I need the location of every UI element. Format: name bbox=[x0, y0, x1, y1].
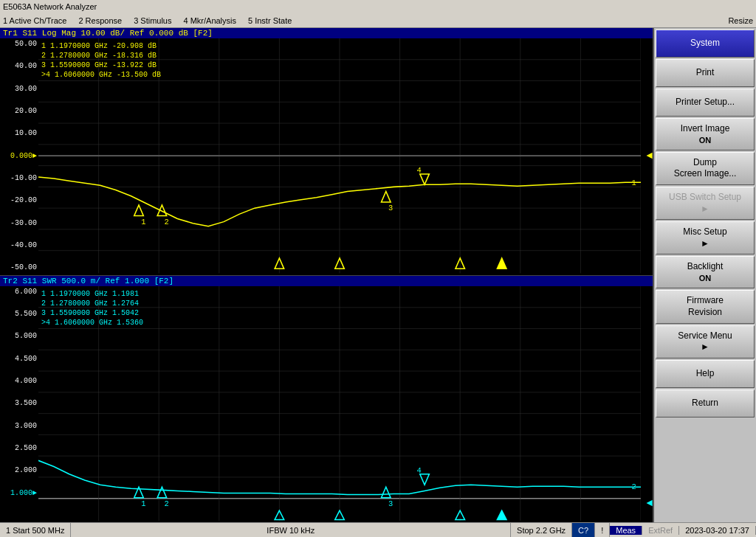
bottom-marker-data: 1 1.1970000 GHz 1.1981 2 1.2780000 GHz 1… bbox=[41, 289, 143, 328]
stop-freq: Stop 2.2 GHz bbox=[511, 523, 572, 537]
status-bar: 1 Start 500 MHz IFBW 10 kHz Stop 2.2 GHz… bbox=[0, 522, 756, 537]
svg-text:4: 4 bbox=[417, 166, 422, 175]
bottom-chart-header: Tr2 S11 SWR 500.0 m/ Ref 1.000 [F2] bbox=[0, 276, 653, 286]
top-chart: Tr1 S11 Log Mag 10.00 dB/ Ref 0.000 dB [… bbox=[0, 28, 653, 276]
menu-item-mkr[interactable]: 4 Mkr/Analysis bbox=[183, 16, 236, 25]
bottom-y-axis: 6.000 5.500 5.000 4.500 4.000 3.500 3.00… bbox=[0, 286, 38, 522]
menu-item-ch-trace[interactable]: 1 Active Ch/Trace bbox=[3, 16, 66, 25]
system-button[interactable]: System bbox=[656, 30, 755, 58]
title-label: E5063A Network Analyzer bbox=[3, 2, 97, 11]
svg-text:1: 1 bbox=[141, 218, 145, 226]
channel-indicator: C? bbox=[572, 523, 595, 537]
menu-item-stimulus[interactable]: 3 Stimulus bbox=[134, 16, 171, 25]
svg-marker-26 bbox=[381, 192, 391, 202]
svg-text:2: 2 bbox=[165, 499, 169, 508]
help-button[interactable]: Help bbox=[656, 360, 755, 388]
svg-marker-34 bbox=[497, 258, 506, 268]
firmware-revision-button[interactable]: Firmware Revision bbox=[656, 290, 755, 323]
svg-marker-28 bbox=[420, 174, 430, 184]
top-chart-header: Tr1 S11 Log Mag 10.00 dB/ Ref 0.000 dB [… bbox=[0, 28, 653, 38]
svg-text:3: 3 bbox=[388, 204, 393, 212]
extref-indicator: ExtRef bbox=[642, 526, 679, 535]
resize-button[interactable]: Resize bbox=[728, 16, 753, 25]
bottom-chart: Tr2 S11 SWR 500.0 m/ Ref 1.000 [F2] 6.00… bbox=[0, 276, 653, 523]
svg-text:1: 1 bbox=[631, 179, 636, 187]
svg-text:2: 2 bbox=[631, 482, 636, 491]
meas-button[interactable]: Meas bbox=[610, 526, 642, 535]
top-marker-data: 1 1.1970000 GHz -20.908 dB 2 1.2780000 G… bbox=[41, 41, 161, 80]
menu-bar: 1 Active Ch/Trace 2 Response 3 Stimulus … bbox=[0, 13, 756, 28]
dump-screen-button[interactable]: Dump Screen Image... bbox=[656, 152, 755, 185]
title-bar: E5063A Network Analyzer bbox=[0, 0, 756, 13]
return-button[interactable]: Return bbox=[656, 389, 755, 418]
svg-marker-22 bbox=[134, 205, 144, 215]
svg-text:3: 3 bbox=[388, 499, 393, 508]
warning-indicator: ! bbox=[595, 523, 610, 537]
bottom-right-arrow: ◄ bbox=[647, 497, 653, 509]
top-right-arrow: ◄ bbox=[647, 150, 653, 162]
chart-area: Tr1 S11 Log Mag 10.00 dB/ Ref 0.000 dB [… bbox=[0, 28, 654, 522]
svg-text:2: 2 bbox=[165, 218, 169, 226]
svg-marker-61 bbox=[420, 474, 430, 484]
print-button[interactable]: Print bbox=[656, 59, 755, 87]
menu-item-instr[interactable]: 5 Instr State bbox=[248, 16, 292, 25]
ifbw: IFBW 10 kHz bbox=[71, 523, 511, 537]
top-y-axis: 50.00 40.00 30.00 20.00 10.00 0.000► -10… bbox=[0, 38, 38, 274]
invert-image-button[interactable]: Invert Image ON bbox=[656, 118, 755, 150]
bottom-chart-body: 6.000 5.500 5.000 4.500 4.000 3.500 3.00… bbox=[0, 286, 653, 522]
datetime: 2023-03-20 17:37 bbox=[679, 526, 756, 535]
svg-text:1: 1 bbox=[141, 499, 145, 508]
svg-marker-67 bbox=[497, 510, 506, 519]
backlight-button[interactable]: Backlight ON bbox=[656, 256, 755, 288]
misc-setup-button[interactable]: Misc Setup ► bbox=[656, 221, 755, 254]
printer-setup-button[interactable]: Printer Setup... bbox=[656, 89, 755, 117]
start-freq: 1 Start 500 MHz bbox=[0, 523, 71, 537]
sidebar: System Print Printer Setup... Invert Ima… bbox=[654, 28, 756, 522]
top-chart-body: 50.00 40.00 30.00 20.00 10.00 0.000► -10… bbox=[0, 38, 653, 274]
main-area: Tr1 S11 Log Mag 10.00 dB/ Ref 0.000 dB [… bbox=[0, 28, 756, 522]
svg-text:4: 4 bbox=[417, 465, 422, 474]
svg-marker-59 bbox=[381, 487, 391, 497]
usb-switch-button[interactable]: USB Switch Setup ► bbox=[656, 187, 755, 220]
service-menu-button[interactable]: Service Menu ► bbox=[656, 325, 755, 358]
menu-item-response[interactable]: 2 Response bbox=[78, 16, 122, 25]
